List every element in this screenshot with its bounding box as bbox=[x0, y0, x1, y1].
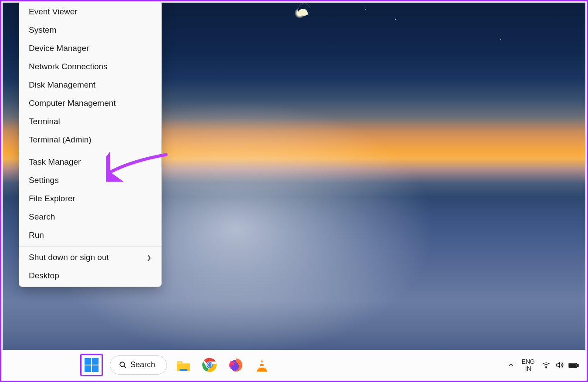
svg-point-14 bbox=[546, 367, 547, 368]
power-user-menu: Event Viewer System Device Manager Netwo… bbox=[19, 0, 162, 287]
menu-label: Terminal bbox=[29, 117, 60, 126]
svg-rect-13 bbox=[260, 366, 264, 368]
svg-marker-15 bbox=[556, 362, 560, 368]
svg-point-10 bbox=[208, 363, 211, 366]
menu-item-network-connections[interactable]: Network Connections bbox=[19, 57, 161, 76]
menu-item-terminal-admin[interactable]: Terminal (Admin) bbox=[19, 131, 161, 149]
firefox-icon bbox=[228, 357, 244, 373]
menu-item-task-manager[interactable]: Task Manager bbox=[19, 153, 161, 171]
search-label: Search bbox=[130, 360, 155, 369]
menu-label: Search bbox=[29, 212, 55, 222]
svg-rect-18 bbox=[570, 364, 576, 367]
menu-item-run[interactable]: Run bbox=[19, 226, 161, 244]
menu-label: Shut down or sign out bbox=[29, 253, 109, 262]
svg-rect-3 bbox=[92, 365, 99, 372]
svg-rect-12 bbox=[260, 362, 264, 364]
language-indicator[interactable]: ENG IN bbox=[522, 358, 535, 372]
system-tray-icons[interactable] bbox=[542, 361, 579, 369]
battery-icon bbox=[568, 361, 579, 369]
menu-label: Run bbox=[29, 230, 44, 240]
wifi-icon bbox=[542, 361, 551, 369]
menu-item-desktop[interactable]: Desktop bbox=[19, 267, 161, 285]
svg-point-4 bbox=[120, 362, 125, 367]
menu-item-disk-management[interactable]: Disk Management bbox=[19, 76, 161, 94]
taskbar-app-vlc[interactable] bbox=[252, 355, 272, 375]
taskbar-app-firefox[interactable] bbox=[226, 355, 245, 375]
svg-rect-17 bbox=[577, 364, 578, 366]
menu-label: Terminal (Admin) bbox=[29, 135, 92, 145]
svg-rect-6 bbox=[180, 369, 187, 371]
menu-item-search[interactable]: Search bbox=[19, 208, 161, 226]
menu-label: Computer Management bbox=[29, 98, 116, 108]
menu-label: Event Viewer bbox=[29, 7, 78, 17]
tray-overflow-button[interactable] bbox=[507, 361, 515, 369]
taskbar: Search bbox=[3, 350, 585, 379]
svg-line-5 bbox=[124, 366, 126, 368]
vlc-icon bbox=[255, 358, 269, 372]
menu-label: Task Manager bbox=[29, 157, 81, 167]
windows-logo-icon bbox=[84, 358, 99, 372]
menu-item-shutdown-signout[interactable]: Shut down or sign out ❯ bbox=[19, 248, 161, 267]
svg-rect-0 bbox=[85, 358, 91, 365]
menu-item-device-manager[interactable]: Device Manager bbox=[19, 39, 161, 57]
language-line1: ENG bbox=[522, 358, 535, 365]
menu-item-computer-management[interactable]: Computer Management bbox=[19, 94, 161, 112]
menu-item-system[interactable]: System bbox=[19, 21, 161, 39]
menu-label: File Explorer bbox=[29, 194, 75, 203]
star-graphic bbox=[365, 9, 366, 10]
menu-separator bbox=[19, 151, 161, 151]
moon-graphic bbox=[296, 1, 313, 18]
search-button[interactable]: Search bbox=[110, 355, 167, 375]
star-graphic bbox=[500, 39, 501, 40]
chrome-icon bbox=[202, 357, 218, 373]
menu-item-event-viewer[interactable]: Event Viewer bbox=[19, 3, 161, 21]
menu-label: Network Connections bbox=[29, 62, 108, 71]
chevron-right-icon: ❯ bbox=[146, 254, 152, 261]
menu-item-file-explorer[interactable]: File Explorer bbox=[19, 189, 161, 208]
folder-icon bbox=[176, 357, 191, 373]
menu-label: System bbox=[29, 25, 56, 35]
taskbar-center: Search bbox=[80, 354, 272, 376]
taskbar-app-chrome[interactable] bbox=[200, 355, 219, 375]
menu-item-settings[interactable]: Settings bbox=[19, 171, 161, 189]
menu-separator bbox=[19, 246, 161, 247]
language-line2: IN bbox=[522, 365, 535, 372]
svg-rect-2 bbox=[85, 365, 91, 372]
star-graphic bbox=[395, 19, 396, 20]
svg-rect-1 bbox=[92, 358, 99, 365]
start-button[interactable] bbox=[80, 354, 103, 376]
speaker-icon bbox=[555, 361, 564, 369]
menu-item-terminal[interactable]: Terminal bbox=[19, 112, 161, 131]
taskbar-app-file-explorer[interactable] bbox=[174, 355, 193, 375]
menu-label: Device Manager bbox=[29, 44, 89, 53]
taskbar-tray: ENG IN bbox=[507, 358, 579, 372]
menu-label: Settings bbox=[29, 176, 59, 185]
menu-label: Desktop bbox=[29, 271, 59, 281]
search-icon bbox=[119, 361, 127, 369]
menu-label: Disk Management bbox=[29, 80, 95, 90]
